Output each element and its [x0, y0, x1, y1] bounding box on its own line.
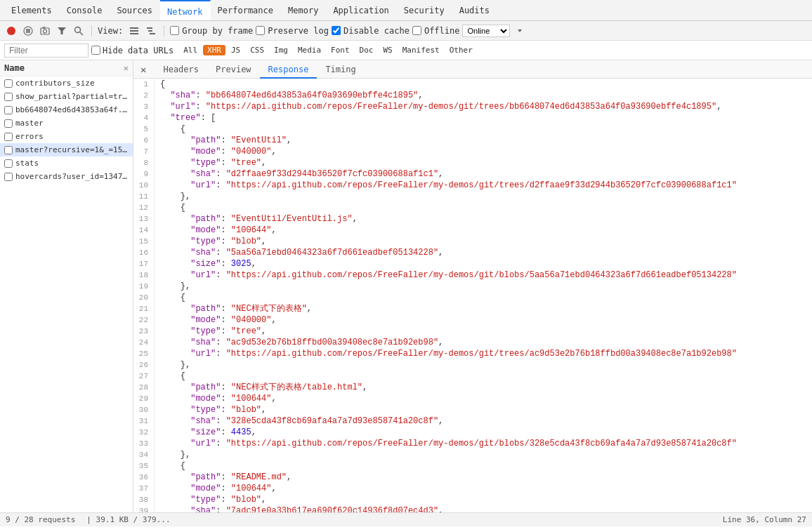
offline-checkbox[interactable]: Offline [412, 26, 460, 36]
request-item[interactable]: hovercards?user_id=13477... [0, 170, 133, 183]
preserve-log-checkbox[interactable]: Preserve log [256, 26, 329, 36]
response-tabs: ✕ Headers Preview Response Timing [133, 60, 812, 79]
filter-input[interactable] [4, 44, 89, 58]
tab-timing[interactable]: Timing [317, 60, 364, 79]
transfer-size: | 39.1 KB / 379... [86, 515, 170, 524]
json-line: 22 "mode": "040000", [133, 314, 812, 326]
filter-xhr[interactable]: XHR [203, 45, 225, 55]
filter-doc[interactable]: Doc [355, 45, 378, 55]
json-line: 18 "url": "https://api.github.com/repos/… [133, 270, 812, 281]
request-item[interactable]: contributors_size [0, 77, 133, 90]
tab-security[interactable]: Security [397, 0, 452, 21]
json-line: 36 "path": "README.md", [133, 472, 812, 483]
request-checkbox[interactable] [4, 159, 13, 168]
group-by-frame-checkbox[interactable]: Group by frame [170, 26, 253, 36]
filter-media[interactable]: Media [294, 45, 325, 55]
filter-icon[interactable] [55, 24, 69, 38]
divider-2 [164, 25, 164, 36]
tab-headers[interactable]: Headers [155, 60, 207, 79]
request-checkbox[interactable] [4, 79, 13, 88]
svg-marker-6 [58, 27, 66, 34]
tab-console[interactable]: Console [60, 0, 110, 21]
json-line: 9 "sha": "d2ffaae9f33d2944b36520f7cfc039… [133, 168, 812, 180]
json-line: 35 { [133, 460, 812, 472]
throttle-select[interactable]: Online Fast 3G Slow 3G Offline [462, 25, 510, 37]
requests-header: Name ✕ [0, 60, 133, 77]
disable-cache-input[interactable] [332, 26, 341, 35]
filter-manifest[interactable]: Manifest [398, 45, 444, 55]
request-item[interactable]: errors [0, 130, 133, 143]
list-view-icon[interactable] [127, 24, 141, 38]
filter-css[interactable]: CSS [246, 45, 268, 55]
throttle-dropdown-icon[interactable] [513, 24, 527, 38]
request-item[interactable]: stats [0, 157, 133, 170]
filter-font[interactable]: Font [327, 45, 354, 55]
close-panel-icon[interactable]: ✕ [124, 63, 129, 73]
json-line: 37 "mode": "100644", [133, 483, 812, 494]
json-line: 21 "path": "NEC样式下的表格", [133, 303, 812, 314]
svg-rect-12 [147, 27, 152, 29]
request-item[interactable]: master [0, 117, 133, 130]
camera-button[interactable] [38, 24, 52, 38]
request-name: hovercards?user_id=13477... [15, 172, 129, 181]
request-checkbox[interactable] [4, 133, 13, 141]
tab-performance[interactable]: Performance [211, 0, 281, 21]
tab-audits[interactable]: Audits [452, 0, 497, 21]
request-name: contributors_size [15, 79, 95, 88]
filter-img[interactable]: Img [270, 45, 292, 55]
tab-response[interactable]: Response [260, 60, 317, 79]
view-label: View: [98, 26, 123, 36]
json-line: 13 "path": "EventUtil/EventUtil.js", [133, 213, 812, 225]
json-line: 30 "type": "blob", [133, 404, 812, 415]
json-line: 33 "url": "https://api.github.com/repos/… [133, 438, 812, 449]
request-checkbox[interactable] [4, 173, 13, 181]
tab-memory[interactable]: Memory [281, 0, 326, 21]
json-line: 28 "path": "NEC样式下的表格/table.html", [133, 382, 812, 393]
json-line: 10 "url": "https://api.github.com/repos/… [133, 180, 812, 191]
request-checkbox[interactable] [4, 93, 13, 101]
svg-rect-3 [41, 28, 49, 34]
name-column-header: Name [4, 63, 25, 73]
svg-point-0 [7, 27, 15, 35]
request-checkbox[interactable] [4, 146, 13, 154]
filter-other[interactable]: Other [445, 45, 477, 55]
waterfall-view-icon[interactable] [144, 24, 158, 38]
tab-application[interactable]: Application [326, 0, 396, 21]
group-by-frame-input[interactable] [170, 26, 179, 35]
tab-network[interactable]: Network [160, 0, 211, 21]
hide-data-urls-checkbox[interactable]: Hide data URLs [91, 46, 173, 55]
tab-elements[interactable]: Elements [4, 0, 60, 21]
filter-all[interactable]: All [179, 45, 202, 55]
request-checkbox[interactable] [4, 119, 13, 128]
request-item-selected[interactable]: master?recursive=1&_=15... [0, 143, 133, 157]
filter-js[interactable]: JS [227, 45, 244, 55]
svg-point-7 [75, 27, 81, 32]
request-name: show_partial?partial=tree%... [15, 92, 129, 101]
json-line: 6 "path": "EventUtil", [133, 135, 812, 146]
record-button[interactable] [4, 24, 18, 38]
json-viewer[interactable]: 1 { 2 "sha": "bb6648074ed6d43853a64f0a93… [133, 79, 812, 512]
tab-sources[interactable]: Sources [110, 0, 160, 21]
filter-ws[interactable]: WS [379, 45, 396, 55]
svg-rect-9 [130, 27, 138, 29]
search-icon[interactable] [72, 24, 86, 38]
close-response-button[interactable]: ✕ [138, 64, 149, 75]
request-item[interactable]: bb6648074ed6d43853a64f... [0, 103, 133, 117]
tab-preview[interactable]: Preview [207, 60, 260, 79]
json-line: 15 "type": "blob", [133, 236, 812, 247]
request-checkbox[interactable] [4, 106, 13, 114]
json-line: 34 }, [133, 449, 812, 460]
top-tabs: Elements Console Sources Network Perform… [0, 0, 812, 21]
json-line: 17 "size": 3025, [133, 258, 812, 270]
hide-data-urls-input[interactable] [91, 46, 100, 55]
stop-button[interactable] [21, 24, 35, 38]
request-name: master [15, 119, 44, 128]
main-area: Name ✕ contributors_size show_partial?pa… [0, 60, 812, 512]
json-line: 25 "url": "https://api.github.com/repos/… [133, 348, 812, 359]
request-item[interactable]: show_partial?partial=tree%... [0, 90, 133, 103]
disable-cache-checkbox[interactable]: Disable cache [332, 26, 410, 36]
preserve-log-input[interactable] [256, 26, 265, 35]
json-line: 26 }, [133, 359, 812, 371]
json-line: 4 "tree": [ [133, 112, 812, 124]
offline-input[interactable] [412, 26, 421, 35]
